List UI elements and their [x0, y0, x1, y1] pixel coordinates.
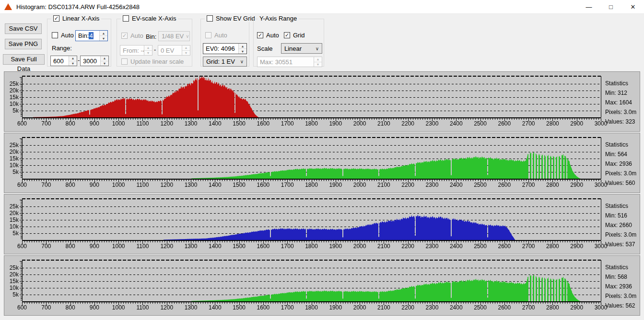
stats-min: Min: 516	[605, 211, 640, 220]
ev0-down-arrow[interactable]: ▼	[239, 49, 246, 54]
evgrid-auto-label: Auto	[214, 32, 227, 39]
stats-max: Max: 2936	[605, 282, 640, 291]
ev-to-up-arrow: ▲	[182, 46, 190, 51]
stats-min: Min: 564	[605, 149, 640, 159]
stats-pixels: Pixels: 3.0m	[605, 291, 640, 301]
ev0-value: EV0: 4096	[203, 44, 238, 54]
evgrid-auto-checkbox	[205, 32, 211, 38]
stats-max: Max: 2936	[605, 159, 640, 169]
y-grid-label: Grid	[293, 32, 305, 39]
chevron-down-icon: ∨	[316, 46, 319, 51]
stats-values: Values: 323	[605, 117, 640, 126]
ev-grid-step-combo[interactable]: Grid: 1 EV ∨	[203, 57, 247, 67]
stats-min: Min: 568	[605, 272, 640, 282]
stats-title: Statistics	[605, 201, 640, 211]
histogram-panel-green2: Statistics Min: 568 Max: 2936 Pixels: 3.…	[4, 255, 640, 316]
stats-pixels: Pixels: 3.0m	[605, 107, 640, 117]
y-max-value: Max: 30551	[258, 57, 314, 67]
stats-title: Statistics	[605, 79, 640, 88]
histogram-plot-green2[interactable]	[4, 256, 640, 315]
range-from-spinner[interactable]: 600 ▲▼	[50, 56, 77, 66]
bin-up-arrow[interactable]: ▲	[100, 31, 107, 36]
show-ev-grid-label: Show EV Grid	[216, 15, 255, 22]
ev-bin-combo: 1/48 EV ∨	[158, 31, 190, 41]
range-dash: -	[78, 57, 80, 64]
stats-title: Statistics	[605, 140, 640, 149]
ev-grid-step-value: Grid: 1 EV	[206, 58, 235, 65]
ev-range-dash: -	[154, 46, 156, 53]
bin-down-arrow[interactable]: ▼	[100, 36, 107, 41]
ev-from-down-arrow: ▼	[144, 51, 152, 56]
ev-auto-label: Auto	[130, 32, 143, 39]
y-auto-label: Auto	[266, 32, 279, 39]
app-icon	[4, 3, 12, 10]
stats-min: Min: 312	[605, 88, 640, 98]
bin-spinner[interactable]: Bin: 4 ▲▼	[75, 30, 108, 41]
toolbar: Save CSV Save PNG Save Full Data ✓ Linea…	[0, 14, 644, 70]
y-auto-checkbox[interactable]: ✓	[257, 32, 263, 38]
range-to-down-arrow[interactable]: ▼	[101, 61, 108, 66]
y-axis-range-group: Y-Axis Range ✓ Auto ✓ Grid Scale Linear …	[253, 19, 324, 67]
statistics-block-green2: Statistics Min: 568 Max: 2936 Pixels: 3.…	[605, 263, 640, 310]
histogram-panel-blue: Statistics Min: 516 Max: 2660 Pixels: 3.…	[4, 194, 640, 254]
range-to-value: 3000	[81, 56, 100, 66]
show-ev-grid-group: Show EV Grid Auto EV0: 4096 ▲▼ Grid: 1 E…	[200, 19, 249, 67]
maximize-button[interactable]: □	[600, 0, 622, 13]
stats-max: Max: 2660	[605, 220, 640, 230]
histogram-panels: Statistics Min: 312 Max: 1604 Pixels: 3.…	[0, 70, 644, 316]
y-grid-checkbox[interactable]: ✓	[284, 32, 290, 38]
stats-values: Values: 560	[605, 178, 640, 188]
ev-from-spinner: From: -4 ▲▼	[120, 45, 152, 56]
range-to-up-arrow[interactable]: ▲	[101, 56, 108, 61]
ev-from-value: From: -4	[120, 46, 144, 55]
y-max-spinner: Max: 30551 ▲▼	[257, 57, 322, 67]
close-button[interactable]: ✕	[622, 0, 644, 13]
ev-scale-label: EV-scale X-Axis	[132, 15, 176, 22]
statistics-block-green: Statistics Min: 564 Max: 2936 Pixels: 3.…	[605, 140, 640, 188]
window-title: Histogram: DSC01374.ARW Full-4256x2848	[16, 3, 140, 11]
chevron-down-icon: ∨	[240, 59, 244, 64]
chevron-down-icon: ∨	[186, 34, 189, 39]
range-from-up-arrow[interactable]: ▲	[69, 56, 77, 61]
stats-max: Max: 1604	[605, 98, 640, 107]
range-from-value: 600	[51, 56, 69, 66]
histogram-plot-green[interactable]	[4, 133, 640, 193]
linear-x-axis-label: Linear X-Axis	[62, 15, 99, 22]
show-ev-grid-checkbox[interactable]	[207, 15, 213, 22]
range-from-down-arrow[interactable]: ▼	[69, 61, 77, 66]
ev-scale-group: EV-scale X-Axis ✓ Auto Bin: 1/48 EV ∨ Fr…	[117, 19, 192, 67]
ev0-up-arrow[interactable]: ▲	[239, 44, 246, 49]
ev-auto-checkbox: ✓	[121, 33, 128, 39]
ev0-spinner[interactable]: EV0: 4096 ▲▼	[203, 43, 247, 54]
update-linear-scale-label: Update linear scale	[130, 58, 184, 65]
scale-label: Scale	[257, 45, 273, 52]
linear-auto-label: Auto	[61, 32, 74, 39]
minimize-button[interactable]: —	[578, 0, 600, 13]
statistics-block-blue: Statistics Min: 516 Max: 2660 Pixels: 3.…	[605, 201, 640, 249]
stats-pixels: Pixels: 3.0m	[605, 230, 640, 240]
stats-title: Statistics	[605, 263, 640, 272]
range-to-spinner[interactable]: 3000 ▲▼	[80, 56, 109, 66]
linear-auto-checkbox[interactable]	[52, 32, 58, 38]
update-linear-scale-checkbox	[121, 58, 128, 65]
histogram-panel-red: Statistics Min: 312 Max: 1604 Pixels: 3.…	[4, 71, 640, 132]
ev-bin-label: Bin:	[146, 33, 156, 40]
histogram-plot-red[interactable]	[4, 72, 640, 131]
range-label: Range:	[52, 45, 72, 52]
window-controls: — □ ✕	[578, 0, 644, 13]
y-max-down-arrow: ▼	[314, 62, 322, 67]
stats-pixels: Pixels: 3.0m	[605, 169, 640, 178]
histogram-plot-blue[interactable]	[4, 194, 640, 254]
stats-values: Values: 537	[605, 240, 640, 249]
stats-values: Values: 562	[605, 301, 640, 310]
title-bar: Histogram: DSC01374.ARW Full-4256x2848 —…	[0, 0, 644, 14]
save-csv-button[interactable]: Save CSV	[5, 23, 42, 34]
linear-x-axis-checkbox[interactable]: ✓	[53, 15, 59, 22]
linear-x-axis-group: ✓ Linear X-Axis Auto Bin: 4 ▲▼ Range: 60…	[47, 19, 111, 67]
save-full-data-button[interactable]: Save Full Data	[3, 54, 45, 65]
ev-to-value: 0 EV	[158, 46, 182, 55]
save-png-button[interactable]: Save PNG	[5, 39, 42, 49]
ev-to-spinner: 0 EV ▲▼	[158, 45, 190, 56]
y-scale-combo[interactable]: Linear ∨	[281, 43, 322, 54]
ev-scale-checkbox[interactable]	[123, 15, 129, 22]
